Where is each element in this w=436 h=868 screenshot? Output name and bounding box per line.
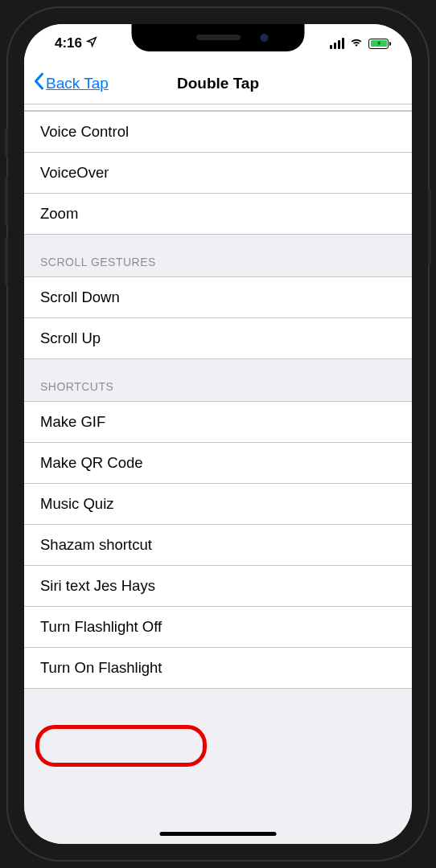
chevron-left-icon xyxy=(34,72,44,94)
section-header-shortcuts: SHORTCUTS xyxy=(24,359,412,401)
page-title: Double Tap xyxy=(177,75,259,92)
list-item-label: Make QR Code xyxy=(40,454,143,471)
back-label: Back Tap xyxy=(46,75,109,92)
list-item-label: Scroll Up xyxy=(40,330,101,346)
volume-down-button xyxy=(5,237,8,285)
list-item-partial xyxy=(24,104,412,111)
status-right: ⚡︎ xyxy=(330,36,391,51)
accessibility-group: Voice Control VoiceOver Zoom xyxy=(24,111,412,235)
list-item-label: Turn Flashlight Off xyxy=(40,618,162,635)
list-item-label: Scroll Down xyxy=(40,289,120,305)
list-item-make-qr-code[interactable]: Make QR Code xyxy=(24,443,412,484)
list-item-scroll-down[interactable]: Scroll Down xyxy=(24,276,412,318)
list-item-zoom[interactable]: Zoom xyxy=(24,194,412,235)
list-item-make-gif[interactable]: Make GIF xyxy=(24,401,412,443)
list-item-music-quiz[interactable]: Music Quiz xyxy=(24,484,412,525)
phone-frame: 4:16 xyxy=(8,8,428,860)
list-item-voice-control[interactable]: Voice Control xyxy=(24,111,412,153)
list-item-flashlight-off[interactable]: Turn Flashlight Off xyxy=(24,607,412,648)
list-item-label: Shazam shortcut xyxy=(40,536,152,553)
status-time: 4:16 xyxy=(55,35,82,51)
list-item-label: Voice Control xyxy=(40,123,129,140)
list-item-siri-text[interactable]: Siri text Jes Hays xyxy=(24,566,412,607)
battery-icon: ⚡︎ xyxy=(368,39,391,49)
list-item-shazam-shortcut[interactable]: Shazam shortcut xyxy=(24,525,412,566)
cellular-signal-icon xyxy=(330,38,344,49)
wifi-icon xyxy=(349,36,364,51)
list-item-label: Siri text Jes Hays xyxy=(40,577,155,594)
list-item-scroll-up[interactable]: Scroll Up xyxy=(24,318,412,359)
scroll-gestures-group: Scroll Down Scroll Up xyxy=(24,276,412,359)
power-button xyxy=(428,189,431,265)
back-button[interactable]: Back Tap xyxy=(34,72,109,94)
status-left: 4:16 xyxy=(55,35,97,51)
notch-speaker xyxy=(196,35,241,40)
volume-up-button xyxy=(5,177,8,225)
notch xyxy=(132,24,305,51)
list-item-label: Music Quiz xyxy=(40,495,114,512)
shortcuts-group: Make GIF Make QR Code Music Quiz Shazam … xyxy=(24,401,412,689)
list-item-label: Turn On Flashlight xyxy=(40,659,162,676)
section-header-scroll: SCROLL GESTURES xyxy=(24,235,412,276)
list-item-label: Make GIF xyxy=(40,413,105,430)
list-item-flashlight-on[interactable]: Turn On Flashlight xyxy=(24,648,412,689)
location-services-icon xyxy=(86,35,97,51)
navigation-bar: Back Tap Double Tap xyxy=(24,63,412,104)
content-scroll[interactable]: Voice Control VoiceOver Zoom SCROLL GEST… xyxy=(24,104,412,844)
list-item-label: Zoom xyxy=(40,205,78,222)
home-indicator[interactable] xyxy=(160,832,277,836)
notch-camera xyxy=(261,34,269,42)
list-item-voiceover[interactable]: VoiceOver xyxy=(24,153,412,194)
list-item-label: VoiceOver xyxy=(40,164,109,181)
mute-switch xyxy=(5,129,8,157)
screen: 4:16 xyxy=(24,24,412,844)
